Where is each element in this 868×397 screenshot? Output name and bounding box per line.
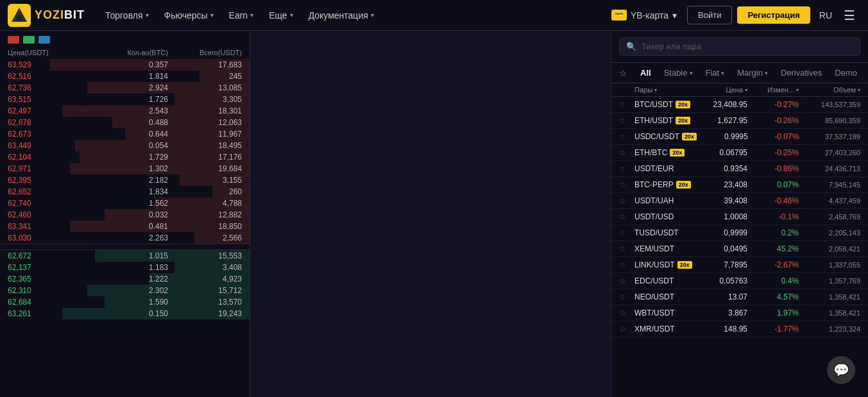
nav-trading[interactable]: Торговля ▾ [98, 0, 156, 31]
buy-order-row[interactable]: 62,672 1.015 15,553 [0, 250, 250, 262]
favorite-star-icon[interactable]: ☆ [619, 164, 634, 173]
market-row[interactable]: ☆ XEM/USDT 0,0495 45.2% 2,058,421 [611, 241, 868, 257]
market-tab-all[interactable]: All [635, 65, 656, 80]
market-row[interactable]: ☆ USDT/UAH 39,408 -0.46% 4,437,459 [611, 193, 868, 209]
market-row[interactable]: ☆ ETH/USDT 20x 1,627.95 -0.26% 85,690,35… [611, 113, 868, 129]
sell-order-row[interactable]: 63,341 0.481 18,850 [0, 221, 250, 232]
buy-order-row[interactable]: 62,310 2.302 15,712 [0, 285, 250, 296]
nav-yb-card[interactable]: 💳 YB-карта ▾ [604, 0, 685, 31]
nav-trading-chevron: ▾ [146, 12, 149, 19]
sell-order-row[interactable]: 62,460 0.032 12,882 [0, 209, 250, 221]
login-button[interactable]: Войти [687, 6, 732, 24]
nav-docs[interactable]: Документация ▾ [301, 0, 382, 31]
buy-qty: 1.222 [85, 275, 168, 283]
favorite-star-icon[interactable]: ☆ [619, 212, 634, 221]
lang-selector[interactable]: RU [813, 10, 838, 21]
buy-order-row[interactable]: 63,261 0.150 19,243 [0, 308, 250, 319]
tab-chevron-icon: ▾ [721, 70, 724, 76]
market-row[interactable]: ☆ USDT/USD 1,0008 -0.1% 2,458,769 [611, 209, 868, 225]
sell-order-row[interactable]: 63,449 0.054 18,495 [0, 140, 250, 151]
market-tab-derivatives[interactable]: Derivatives [776, 65, 827, 80]
sell-order-row[interactable]: 62,652 1.834 260 [0, 186, 250, 198]
tab-label: Margin [737, 68, 763, 78]
market-tab-stable[interactable]: Stable▾ [659, 65, 698, 80]
favorite-star-icon[interactable]: ☆ [619, 260, 634, 269]
favorite-star-icon[interactable]: ☆ [619, 244, 634, 253]
sell-order-row[interactable]: 62,497 2.543 18,301 [0, 105, 250, 117]
search-input[interactable] [642, 42, 853, 51]
orderbook-header: Цена(USDT) Кол-во(BTC) Всего(USDT) [0, 46, 250, 59]
sell-order-row[interactable]: 62,516 1.814 245 [0, 71, 250, 82]
nav-earn[interactable]: Earn ▾ [221, 0, 262, 31]
favorite-star-icon[interactable]: ☆ [619, 132, 634, 141]
market-row[interactable]: ☆ USDC/USDT 20x 0.9995 -0.07% 37,537,199 [611, 129, 868, 145]
market-row[interactable]: ☆ WBT/USDT 3.867 1.97% 1,358,421 [611, 305, 868, 321]
favorite-star-icon[interactable]: ☆ [619, 116, 634, 125]
ob-header-qty: Кол-во(BTC) [85, 49, 168, 56]
sell-order-row[interactable]: 62,678 0.488 12,063 [0, 117, 250, 128]
logo[interactable]: YOZIBIT [8, 4, 85, 27]
market-row[interactable]: ☆ BTC/USDT 20x 23,408.95 -0.27% 143,537,… [611, 97, 868, 113]
market-row[interactable]: ☆ XMR/USDT 148.95 -1.77% 1,223,324 [611, 321, 868, 337]
sell-total: 18,495 [168, 141, 242, 150]
yb-card-chevron: ▾ [672, 10, 677, 21]
nav-futures[interactable]: Фьючерсы ▾ [157, 0, 221, 31]
buy-price: 62,684 [8, 298, 85, 307]
favorite-star-icon[interactable]: ☆ [619, 196, 634, 205]
favorite-star-icon[interactable]: ☆ [619, 308, 634, 317]
market-tab-fiat[interactable]: Fiat▾ [701, 65, 730, 80]
favorite-star-icon[interactable]: ☆ [619, 148, 634, 157]
buy-order-row[interactable]: 62,684 1.590 13,570 [0, 296, 250, 308]
pair-name: TUSD/USDT [634, 228, 696, 237]
market-row[interactable]: ☆ BTC-PERP 20x 23,408 0.07% 7,945,145 [611, 177, 868, 193]
market-change: -0.1% [747, 212, 799, 221]
hamburger-icon[interactable]: ☰ [838, 8, 860, 23]
sell-order-row[interactable]: 62,736 2.924 13,085 [0, 82, 250, 94]
sell-order-row[interactable]: 62,971 1.302 19,684 [0, 163, 250, 174]
buy-order-row[interactable]: 62,365 1.222 4,923 [0, 273, 250, 285]
market-volume: 1,358,421 [799, 293, 860, 301]
sell-order-row[interactable]: 63,030 2.263 2,566 [0, 232, 250, 244]
favorite-star-icon[interactable]: ☆ [619, 325, 634, 334]
favorite-star-icon[interactable]: ☆ [619, 276, 634, 285]
market-row[interactable]: ☆ USDT/EUR 0.9354 -0.86% 24,436,713 [611, 161, 868, 177]
favorite-star-icon[interactable]: ☆ [619, 180, 634, 189]
nav-more[interactable]: Еще ▾ [261, 0, 301, 31]
market-header: Пары ▾ Цена ▾ Измен... ▾ Объем ▾ [611, 83, 868, 97]
favorite-star-icon[interactable]: ☆ [619, 228, 634, 237]
favorite-star-icon[interactable]: ☆ [619, 100, 634, 109]
flag-red [8, 36, 19, 44]
sell-order-row[interactable]: 62,395 2.182 3,155 [0, 174, 250, 186]
market-row[interactable]: ☆ ETH/BTC 20x 0.06795 -0.25% 27,403,260 [611, 145, 868, 161]
market-volume: 1,357,769 [799, 277, 860, 285]
market-row[interactable]: ☆ EDC/USDT 0,05763 0.4% 1,357,769 [611, 273, 868, 289]
mh-pair[interactable]: Пары ▾ [634, 86, 696, 94]
sell-qty: 0.032 [85, 210, 168, 219]
sell-order-row[interactable]: 62,740 1.562 4,788 [0, 198, 250, 209]
register-button[interactable]: Регистрация [737, 6, 810, 24]
favorites-star-icon[interactable]: ☆ [619, 68, 627, 78]
market-row[interactable]: ☆ NEO/USDT 13.07 4.57% 1,358,421 [611, 289, 868, 305]
mh-vol[interactable]: Объем ▾ [799, 86, 860, 94]
sell-order-row[interactable]: 63,515 1.726 3,305 [0, 94, 250, 105]
market-price: 0.9354 [696, 164, 747, 173]
sell-qty: 0.644 [85, 130, 168, 139]
search-input-wrap[interactable]: 🔍 [619, 37, 860, 56]
tab-chevron-icon: ▾ [765, 70, 768, 76]
chat-bubble[interactable]: 💬 [827, 356, 855, 384]
market-tab-margin[interactable]: Margin▾ [732, 65, 773, 80]
market-price: 23,408 [696, 180, 747, 189]
favorite-star-icon[interactable]: ☆ [619, 292, 634, 301]
buy-qty: 0.150 [85, 309, 168, 318]
market-row[interactable]: ☆ LINK/USDT 20x 7,7895 -2.67% 1,337,055 [611, 257, 868, 273]
market-tab-demo[interactable]: Demo [830, 65, 862, 80]
sell-order-row[interactable]: 63,529 0.357 17,683 [0, 59, 250, 71]
mh-change[interactable]: Измен... ▾ [747, 86, 799, 94]
sell-order-row[interactable]: 62,104 1.729 17,176 [0, 151, 250, 163]
market-row[interactable]: ☆ TUSD/USDT 0,9999 0.2% 2,205,143 [611, 225, 868, 241]
sell-order-row[interactable]: 62,673 0.644 11,967 [0, 128, 250, 140]
mh-price[interactable]: Цена ▾ [696, 86, 747, 94]
sell-qty: 1.302 [85, 164, 168, 173]
orderbook-divider [0, 244, 250, 250]
buy-order-row[interactable]: 62,137 1.183 3,408 [0, 262, 250, 273]
